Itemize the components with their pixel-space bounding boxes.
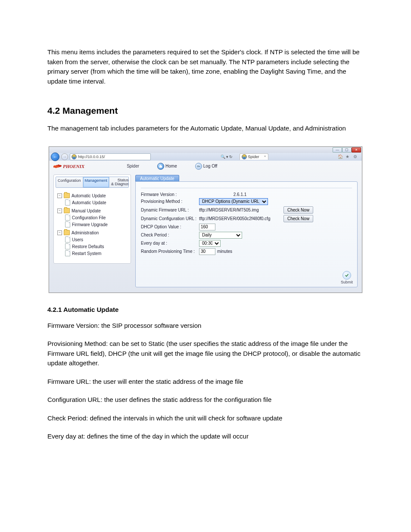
file-icon — [65, 215, 70, 221]
sidebar-tree: − Automatic Update Automatic Update − — [54, 193, 131, 256]
logoff-key-icon — [195, 163, 202, 170]
row-provisioning-method: Provisioning Method : DHCP Options (Dyna… — [141, 198, 352, 205]
submit-button[interactable]: Submit — [341, 271, 353, 284]
browser-tab[interactable]: Spider × — [240, 153, 268, 160]
explain-firmware-version: Firmware Version: the SIP processor soft… — [47, 321, 364, 331]
tree-item-restart-system[interactable]: Restart System — [65, 250, 127, 256]
logoff-link[interactable]: Log Off — [195, 163, 218, 170]
subsection-heading-automatic-update: 4.2.1 Automatic Update — [47, 306, 364, 313]
explain-firmware-url: Firmware URL: the user will enter the st… — [47, 377, 364, 387]
window-minimize-button[interactable]: — — [333, 147, 342, 152]
file-icon — [65, 236, 70, 243]
tab-favicon-icon — [242, 154, 247, 159]
nav-back-button[interactable]: ← — [51, 152, 59, 161]
svg-point-0 — [197, 165, 199, 167]
intro-paragraph: This menu items includes the parameters … — [47, 47, 364, 86]
app-header: PHOENIX Spider Home — [49, 161, 362, 172]
explain-every-day-at: Every day at: defines the time of the da… — [47, 432, 364, 442]
row-every-day-at: Every day at : 00:30 — [141, 240, 352, 247]
every-day-at-select[interactable]: 00:30 — [199, 240, 221, 247]
file-icon — [65, 243, 70, 249]
tree-item-users[interactable]: Users — [65, 236, 127, 243]
tree-collapse-icon[interactable]: − — [57, 193, 62, 198]
nav-forward-button[interactable]: → — [61, 153, 68, 160]
home-ie-icon[interactable]: 🏠 — [338, 154, 343, 159]
favorites-star-icon[interactable]: ★ — [346, 154, 351, 159]
tools-gear-icon[interactable]: ⚙ — [353, 154, 358, 159]
ie-icon — [72, 154, 77, 159]
window-titlebar: — ▢ × — [49, 147, 362, 153]
dynamic-firmware-url-value: tftp://MRDSERVER/MT505.img — [199, 208, 259, 212]
file-icon — [65, 221, 70, 227]
folder-icon — [64, 193, 70, 198]
tree-item-configuration-file[interactable]: Configuration File — [65, 215, 127, 221]
search-icon[interactable]: 🔍 — [221, 155, 225, 159]
sidebar: Configuration Management Status& Diagnos… — [53, 174, 131, 264]
main-panel: Automatic Update Firmware Version : 2.6.… — [135, 174, 358, 287]
dynamic-config-url-value: tftp://MRDSERVER/0050c2f480f0.cfg — [199, 216, 270, 221]
address-url: http://10.0.0.15/ — [78, 155, 105, 159]
address-bar[interactable]: http://10.0.0.15/ — [70, 153, 151, 160]
window-close-button[interactable]: × — [352, 147, 361, 152]
file-icon — [65, 250, 70, 256]
folder-icon — [64, 208, 70, 213]
phoenix-swoosh-icon — [53, 165, 62, 168]
browser-navbar: ← → http://10.0.0.15/ 🔍 ▾ ↻ Spider × — [49, 153, 362, 161]
dhcp-option-input[interactable] — [199, 224, 215, 230]
explain-check-period: Check Period: defined the intervals in w… — [47, 414, 364, 423]
tree-item-automatic-update[interactable]: Automatic Update — [65, 199, 127, 205]
random-provisioning-input[interactable] — [199, 248, 215, 255]
tab-title: Spider — [248, 155, 259, 159]
check-now-firmware-button[interactable]: Check Now — [283, 206, 313, 214]
sidebar-tabs: Configuration Management Status& Diagnos… — [56, 177, 129, 188]
provisioning-method-select[interactable]: DHCP Options (Dynamic URL) — [199, 198, 268, 205]
row-dhcp-option-value: DHCP Option Value : — [141, 224, 352, 230]
check-now-config-button[interactable]: Check Now — [283, 215, 313, 222]
section-heading-management: 4.2 Management — [47, 106, 364, 116]
submit-check-icon — [342, 271, 351, 280]
tree-group-administration[interactable]: − Administration — [57, 230, 127, 235]
window-maximize-button[interactable]: ▢ — [342, 147, 352, 152]
app-title-label: Spider — [127, 164, 139, 168]
random-provisioning-unit: minutes — [217, 249, 232, 254]
tab-status-diagnostics[interactable]: Status& Diagnostics — [109, 177, 129, 188]
browser-window: — ▢ × ← → http://10.0.0.15/ 🔍 ▾ ↻ — [49, 146, 362, 293]
tree-collapse-icon[interactable]: − — [57, 230, 62, 235]
tree-group-manual-update[interactable]: − Manual Update — [57, 208, 127, 213]
row-dynamic-firmware-url: Dynamic Firmware URL : tftp://MRDSERVER/… — [141, 206, 352, 214]
tree-item-restore-defaults[interactable]: Restore Defaults — [65, 243, 127, 249]
tab-configuration[interactable]: Configuration — [56, 177, 83, 188]
tab-management[interactable]: Management — [83, 177, 110, 188]
refresh-icon[interactable]: ↻ — [229, 155, 233, 159]
tree-item-firmware-upgrade[interactable]: Firmware Upgrade — [65, 221, 127, 227]
tree-collapse-icon[interactable]: − — [57, 208, 62, 213]
explain-provisioning-method: Provisioning Method: can be set to Stati… — [47, 339, 364, 368]
screenshot-figure: — ▢ × ← → http://10.0.0.15/ 🔍 ▾ ↻ — [47, 146, 364, 293]
file-icon — [65, 199, 70, 205]
phoenix-logo: PHOENIX — [53, 164, 84, 169]
row-random-provisioning-time: Random Provisioning Time : minutes — [141, 248, 352, 255]
panel-title: Automatic Update — [135, 175, 179, 182]
section-intro: The management tab includes parameters f… — [47, 124, 364, 134]
home-link[interactable]: Home — [157, 163, 177, 170]
row-dynamic-config-url: Dynamic Configuration URL : tftp://MRDSE… — [141, 215, 352, 222]
row-check-period: Check Period : Daily — [141, 232, 352, 239]
row-firmware-version: Firmware Version : 2.6.1.1 — [141, 192, 352, 197]
tree-group-automatic-update[interactable]: − Automatic Update — [57, 193, 127, 198]
explain-configuration-url: Configuration URL: the user defines the … — [47, 395, 364, 405]
browser-search-refresh: 🔍 ▾ ↻ — [221, 155, 233, 159]
firmware-version-value: 2.6.1.1 — [199, 192, 281, 197]
folder-icon — [64, 230, 70, 235]
home-icon — [157, 163, 164, 170]
tab-close-icon[interactable]: × — [264, 154, 266, 158]
check-period-select[interactable]: Daily — [199, 232, 242, 239]
